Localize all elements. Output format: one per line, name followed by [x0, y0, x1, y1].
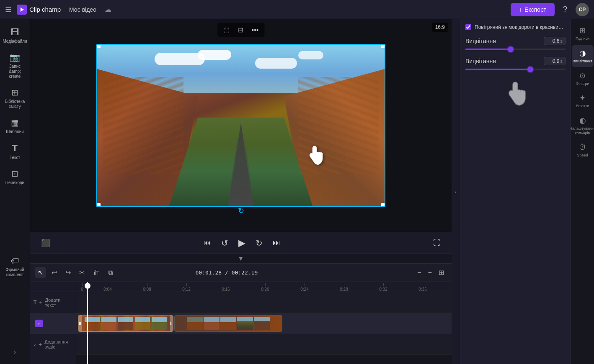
fade-out-label: Вицвітання: [465, 58, 496, 64]
forward-button[interactable]: ↻: [253, 236, 265, 251]
video-clip-1[interactable]: ⏸: [78, 315, 173, 332]
video-preview[interactable]: [96, 44, 385, 207]
duplicate-button[interactable]: ⧉: [106, 267, 115, 278]
go-end-button[interactable]: ⏭: [270, 236, 283, 250]
go-start-button[interactable]: ⏮: [201, 236, 214, 250]
fit-button[interactable]: ⊞: [436, 267, 447, 278]
help-icon[interactable]: ?: [563, 5, 567, 14]
effects-tool-icon: ✦: [579, 93, 586, 103]
subtitles-button[interactable]: ⬛: [39, 236, 53, 250]
app-logo: Clip champ: [17, 5, 61, 15]
audio-icon: ♪: [34, 341, 36, 347]
zoom-in-button[interactable]: +: [426, 267, 434, 278]
tool-filters[interactable]: ⊙ Фільтри: [572, 68, 594, 90]
more-options-button[interactable]: •••: [249, 24, 261, 36]
cut-button[interactable]: ✂: [77, 267, 87, 278]
video-clip-2[interactable]: [174, 315, 282, 332]
rewind-button[interactable]: ↺: [219, 236, 231, 251]
clip-right-handle[interactable]: ⏸: [170, 315, 173, 331]
fade-out-slider[interactable]: [465, 69, 566, 70]
corner-handle-tr[interactable]: [381, 44, 385, 48]
text-track-label[interactable]: T + Додати текст: [30, 292, 76, 313]
sidebar-item-transitions[interactable]: ⊡ Переходи: [2, 165, 28, 189]
right-panel-collapse-btn[interactable]: ›: [452, 19, 460, 364]
my-video-link[interactable]: Моє відео: [69, 6, 96, 13]
fade-in-slider-thumb[interactable]: [508, 46, 514, 52]
export-button[interactable]: ↑ Експорт: [511, 3, 555, 16]
tool-color[interactable]: ◐ Налаштування кольорів: [572, 113, 594, 139]
menu-icon[interactable]: ☰: [5, 5, 12, 14]
add-text-icon: +: [39, 299, 42, 306]
topbar: ☰ Clip champ Моє відео ☁ ↑ Експорт ? CP: [0, 0, 594, 19]
library-icon: ⊞: [11, 87, 18, 97]
right-tools: ⊞ Підписи ◑ Вицвітання ⊙ Фільтри ✦ Ефект…: [571, 19, 594, 364]
tool-effects[interactable]: ✦ Ефекти: [572, 90, 594, 112]
right-panel: Повітряний знімок дороги в красивих ... …: [460, 19, 594, 364]
video-track-label: ▶: [30, 313, 76, 334]
resize-button[interactable]: ⊟: [235, 24, 246, 36]
media-icon: 🎞: [11, 28, 19, 37]
speed-tool-icon: ⏱: [579, 143, 586, 152]
text-track-row: [76, 292, 452, 313]
fade-tool-label: Вицвітання: [573, 59, 592, 64]
sidebar-item-library[interactable]: ⊞ Бібліотека змісту: [2, 84, 28, 113]
main-layout: 🎞 Медіафайли 📷 Запис &amp; create ⊞ Бібл…: [0, 19, 594, 364]
corner-handle-br[interactable]: [381, 203, 385, 207]
clip-title-checkbox[interactable]: [465, 24, 471, 30]
color-tool-label: Налаштування кольорів: [569, 126, 594, 136]
add-text-label: Додати текст: [45, 297, 73, 308]
sidebar-label-brand: Фірмовий комплект: [4, 267, 26, 277]
corner-handle-tl[interactable]: [96, 44, 101, 48]
video-controls: ⬛ ⏮ ↺ ▶ ↻ ⏭ ⛶: [30, 232, 452, 254]
sidebar-label-transitions: Переходи: [5, 180, 24, 185]
fade-tool-icon: ◑: [579, 49, 586, 58]
right-panel-content: Повітряний знімок дороги в красивих ... …: [460, 19, 571, 364]
audio-track-row: [76, 334, 452, 355]
sidebar-item-brand[interactable]: 🏷 Фірмовий комплект: [2, 253, 28, 281]
fullscreen-button[interactable]: ⛶: [431, 236, 443, 250]
sidebar-item-text[interactable]: T Текст: [2, 139, 28, 164]
sidebar-label-record: Запис &amp; create: [4, 64, 26, 79]
tool-speed[interactable]: ⏱ Speed: [572, 140, 594, 161]
zoom-out-button[interactable]: −: [415, 267, 424, 278]
add-audio-label: Додавання аудіо: [44, 339, 73, 349]
tool-subtitles[interactable]: ⊞ Підписи: [572, 23, 594, 44]
clip-left-handle[interactable]: ⏸: [78, 315, 82, 331]
transitions-icon: ⊡: [11, 169, 18, 179]
sidebar-item-record[interactable]: 📷 Запис &amp; create: [2, 49, 28, 82]
sidebar-expand-btn[interactable]: ›: [10, 345, 19, 359]
timeline-collapse-btn[interactable]: ▼: [30, 254, 452, 264]
sidebar-item-templates[interactable]: ▦ Шаблони: [2, 114, 28, 138]
timeline-ruler[interactable]: 0 0:04 0:08: [76, 282, 452, 292]
ruler-mark-5: 0:20: [245, 283, 285, 292]
crop-button[interactable]: ⬚: [221, 24, 232, 36]
tool-fade[interactable]: ◑ Вицвітання: [572, 45, 594, 67]
audio-track-label[interactable]: ♪ + Додавання аудіо: [30, 334, 76, 355]
subtitles-tool-icon: ⊞: [579, 26, 586, 35]
ruler-mark-8: 0:32: [364, 283, 403, 292]
ruler-mark-7: 0:28: [324, 283, 364, 292]
ruler-mark-9: 0:36: [403, 283, 442, 292]
clip-title-text: Повітряний знімок дороги в красивих ...: [475, 24, 566, 30]
rotate-handle[interactable]: ↻: [238, 206, 244, 215]
delete-button[interactable]: 🗑: [90, 267, 102, 278]
undo-button[interactable]: ↩: [49, 267, 59, 278]
fade-in-slider[interactable]: [465, 49, 566, 50]
fade-out-value-display: 0.9 s: [544, 57, 566, 65]
fade-out-slider-thumb[interactable]: [527, 67, 533, 72]
fade-in-slider-fill: [465, 49, 511, 50]
sidebar-label-library: Бібліотека змісту: [4, 99, 26, 109]
text-track-icon: T: [34, 300, 36, 305]
timeline-panel: ↖ ↩ ↪ ✂ 🗑 ⧉ 00:01.28 / 00:22.19 − + ⊞: [30, 264, 452, 364]
sidebar-item-media[interactable]: 🎞 Медіафайли: [2, 24, 28, 47]
video-preview-container: ↻: [96, 44, 385, 207]
corner-handle-bl[interactable]: [96, 203, 101, 207]
cloud-save-icon[interactable]: ☁: [105, 5, 111, 13]
left-sidebar: 🎞 Медіафайли 📷 Запис &amp; create ⊞ Бібл…: [0, 19, 30, 364]
play-button[interactable]: ▶: [236, 235, 248, 251]
avatar[interactable]: CP: [576, 3, 589, 16]
cursor-illustration: [465, 77, 566, 115]
redo-button[interactable]: ↪: [63, 267, 73, 278]
fade-in-label: Вицвітання: [465, 38, 496, 44]
select-tool-button[interactable]: ↖: [35, 267, 46, 278]
